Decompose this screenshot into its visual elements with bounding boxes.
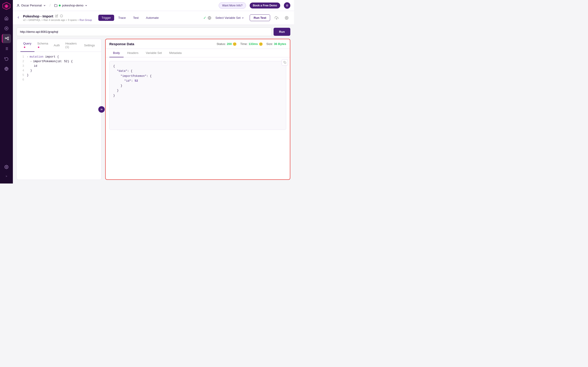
page-title-row: Pokeshop - Import	[23, 14, 92, 18]
json-line-3: "importPokemon": {	[113, 74, 282, 79]
meta-type: GRAPHQL	[28, 19, 41, 21]
book-demo-button[interactable]: Book a Free Demo	[250, 2, 280, 8]
action-tabs: Trigger Trace Test Automate	[98, 15, 162, 21]
status-label: Status:	[216, 42, 226, 46]
back-button[interactable]	[17, 16, 20, 20]
edit-icon[interactable]	[55, 15, 58, 18]
meta-spans: 9 spans	[68, 19, 77, 21]
json-line-4: "id": 52	[113, 79, 282, 83]
sidebar-item-list[interactable]	[2, 44, 11, 53]
svg-rect-27	[285, 62, 286, 64]
json-line-7: }	[113, 93, 282, 98]
automate-tab[interactable]: Automate	[143, 15, 162, 21]
meta-ran: Ran 4 seconds ago	[43, 19, 65, 21]
response-header: Response Data Status: 200 🙂 Time: 133ms …	[106, 39, 290, 49]
svg-point-19	[18, 4, 19, 5]
panel-toggle-button[interactable]	[98, 106, 105, 113]
code-line-2: 2 ▾ importPokemon(id: 52) {	[20, 59, 98, 64]
resp-tab-headers[interactable]: Headers	[124, 49, 142, 57]
code-line-1: 1 ▾ mutation import {	[20, 55, 98, 59]
url-bar-row: Run	[13, 25, 294, 39]
resp-tab-body[interactable]: Body	[109, 49, 124, 57]
editor-response-wrapper: Query Schema Auth Headers (1) Settings 1…	[13, 39, 294, 184]
code-line-6: 6	[20, 77, 98, 82]
code-editor[interactable]: 1 ▾ mutation import { 2 ▾ importPokemon(…	[17, 52, 101, 180]
page-header: Pokeshop - Import v2 •	[13, 11, 294, 25]
query-tab-query[interactable]: Query	[20, 39, 35, 52]
svg-point-26	[286, 17, 287, 18]
sidebar: >	[0, 0, 13, 184]
status-check-icon: ✓	[203, 16, 206, 20]
editor-response: Query Schema Auth Headers (1) Settings 1…	[13, 39, 294, 184]
sidebar-item-home[interactable]	[2, 14, 11, 23]
sidebar-navigation	[2, 14, 11, 162]
run-button[interactable]: Run	[274, 28, 290, 36]
sidebar-item-settings[interactable]	[2, 162, 11, 172]
test-tab[interactable]: Test	[130, 15, 142, 21]
meta-version: v2	[23, 19, 26, 21]
response-meta: Status: 200 🙂 Time: 133ms 🙂 Size: 36 Byt…	[216, 42, 286, 46]
svg-rect-7	[8, 39, 9, 40]
resp-tab-metadata[interactable]: Metadata	[166, 49, 185, 57]
globe-icon	[208, 16, 211, 20]
resp-tab-variable-set[interactable]: Variable Set	[142, 49, 166, 57]
run-test-button[interactable]: Run Test	[250, 15, 270, 21]
page-title: Pokeshop - Import	[23, 14, 53, 18]
svg-point-4	[6, 28, 7, 29]
svg-point-18	[6, 167, 7, 168]
query-tab-schema[interactable]: Schema	[35, 39, 51, 52]
project-status-dot	[59, 5, 61, 6]
export-button[interactable]	[273, 14, 280, 22]
json-line-5: }	[113, 83, 282, 88]
size-value: 36 Bytes	[274, 42, 286, 46]
user-chevron-icon	[43, 4, 46, 7]
json-viewer: { "data": { "importPokemon": { "id": 52 …	[109, 61, 286, 130]
trigger-tab[interactable]: Trigger	[98, 15, 114, 21]
query-tab-auth[interactable]: Auth	[51, 41, 63, 50]
chevron-down-icon	[242, 17, 244, 19]
sidebar-bottom: >	[2, 162, 11, 182]
status-value: 200	[227, 42, 232, 46]
json-line-1: {	[113, 64, 282, 69]
separator-1: /	[50, 3, 51, 8]
user-avatar[interactable]: O	[284, 2, 290, 9]
page-meta: v2 • GRAPHQL • Ran 4 seconds ago • 9 spa…	[23, 19, 92, 21]
time-value: 133ms	[249, 42, 258, 46]
code-line-4: 4 }	[20, 68, 98, 73]
query-tab-settings[interactable]: Settings	[81, 41, 98, 50]
time-emoji[interactable]: 🙂	[259, 42, 263, 46]
content-area: Run Query Schema Auth Headers (1) Settin…	[13, 25, 294, 184]
url-input[interactable]	[17, 27, 272, 36]
topbar: Oscar Personal / pokeshop-demo Want More…	[13, 0, 294, 11]
settings-button[interactable]	[283, 14, 290, 22]
variable-set-area: ✓ Select Variable Set	[203, 15, 247, 21]
size-label: Size:	[267, 42, 273, 46]
run-group-link[interactable]: Run Group	[79, 19, 92, 21]
project-icon	[54, 4, 57, 7]
sidebar-collapse-button[interactable]: >	[2, 173, 11, 180]
trace-tab[interactable]: Trace	[115, 15, 129, 21]
sidebar-item-globe[interactable]	[2, 64, 11, 73]
svg-point-3	[5, 27, 8, 30]
time-label: Time:	[240, 42, 248, 46]
sidebar-item-network[interactable]	[2, 34, 11, 43]
project-chevron-icon	[85, 4, 87, 7]
code-line-5: 5 }	[20, 73, 98, 77]
query-tab-headers[interactable]: Headers (1)	[63, 39, 81, 52]
app-logo[interactable]	[2, 2, 10, 10]
query-tabs: Query Schema Auth Headers (1) Settings	[17, 39, 101, 52]
svg-line-9	[6, 38, 8, 40]
sidebar-item-history[interactable]	[2, 54, 11, 63]
response-body: { "data": { "importPokemon": { "id": 52 …	[106, 57, 290, 179]
user-selector[interactable]: Oscar Personal	[17, 4, 46, 7]
project-selector[interactable]: pokeshop-demo	[54, 4, 87, 7]
sidebar-item-analytics[interactable]	[2, 24, 11, 33]
info-icon[interactable]	[60, 15, 63, 18]
copy-button[interactable]	[282, 59, 288, 66]
want-more-info-button[interactable]: Want More Info?	[219, 2, 246, 9]
status-emoji[interactable]: 🙂	[233, 42, 237, 46]
json-line-6: }	[113, 88, 282, 93]
code-line-3: 3 id	[20, 64, 98, 68]
select-variable-set-button[interactable]: Select Variable Set	[213, 15, 247, 21]
response-tabs: Body Headers Variable Set Metadata	[106, 49, 290, 57]
